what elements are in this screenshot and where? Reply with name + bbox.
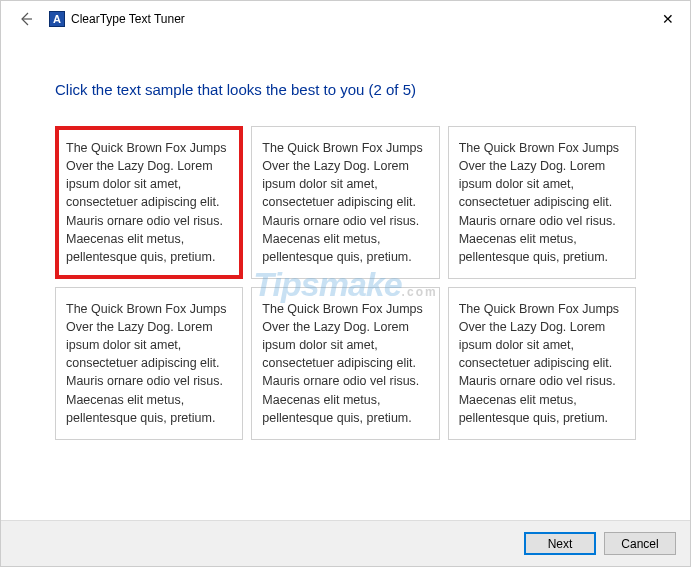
page-heading: Click the text sample that looks the bes… [55,81,636,98]
app-icon: A [49,11,65,27]
content-area: Click the text sample that looks the bes… [1,37,690,440]
next-button[interactable]: Next [524,532,596,555]
sample-grid: The Quick Brown Fox Jumps Over the Lazy … [55,126,636,440]
text-sample-5[interactable]: The Quick Brown Fox Jumps Over the Lazy … [251,287,439,440]
text-sample-1[interactable]: The Quick Brown Fox Jumps Over the Lazy … [55,126,243,279]
text-sample-2[interactable]: The Quick Brown Fox Jumps Over the Lazy … [251,126,439,279]
close-button[interactable]: ✕ [658,9,678,29]
footer: Next Cancel [1,520,690,566]
back-button[interactable] [15,8,37,30]
window-title: ClearType Text Tuner [71,12,185,26]
text-sample-6[interactable]: The Quick Brown Fox Jumps Over the Lazy … [448,287,636,440]
cancel-button[interactable]: Cancel [604,532,676,555]
text-sample-3[interactable]: The Quick Brown Fox Jumps Over the Lazy … [448,126,636,279]
text-sample-4[interactable]: The Quick Brown Fox Jumps Over the Lazy … [55,287,243,440]
titlebar: A ClearType Text Tuner ✕ [1,1,690,37]
